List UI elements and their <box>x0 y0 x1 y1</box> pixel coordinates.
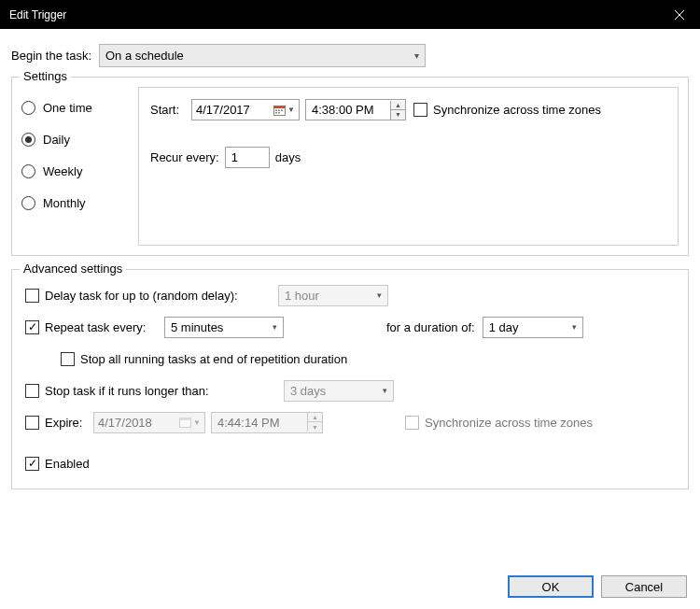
radio-monthly[interactable]: Monthly <box>21 187 138 219</box>
radio-icon <box>21 164 35 178</box>
delay-checkbox[interactable] <box>25 289 39 303</box>
svg-rect-8 <box>180 418 191 421</box>
chevron-down-icon: ▾ <box>377 290 382 300</box>
chevron-down-icon: ▾ <box>572 322 577 332</box>
cancel-button[interactable]: Cancel <box>601 575 687 598</box>
svg-rect-6 <box>278 112 280 114</box>
radio-label: Monthly <box>43 196 86 210</box>
stop-all-checkbox[interactable] <box>61 352 75 366</box>
close-icon <box>675 10 684 20</box>
calendar-icon <box>273 105 286 116</box>
repeat-every-value: 5 minutes <box>171 320 223 334</box>
start-date-input[interactable]: 4/17/2017 ▼ <box>191 99 300 120</box>
repeat-label: Repeat task every: <box>45 320 164 334</box>
settings-legend: Settings <box>20 69 71 83</box>
expire-label: Expire: <box>45 416 93 430</box>
settings-fieldset: Settings One time Daily Weekly Monthly <box>11 77 689 256</box>
radio-icon <box>21 101 35 115</box>
delay-label: Delay task for up to (random delay): <box>45 289 278 303</box>
sync-tz-label: Synchronize across time zones <box>433 103 601 117</box>
begin-task-label: Begin the task: <box>11 49 91 63</box>
stop-long-checkbox[interactable] <box>25 384 39 398</box>
start-time-value: 4:38:00 PM <box>312 103 374 117</box>
advanced-fieldset: Advanced settings Delay task for up to (… <box>11 269 689 489</box>
calendar-icon <box>179 417 191 428</box>
chevron-down-icon: ▼ <box>287 106 295 114</box>
svg-rect-2 <box>275 109 277 111</box>
expire-date-value: 4/17/2018 <box>98 416 152 430</box>
radio-icon <box>21 196 35 210</box>
chevron-down-icon: ▾ <box>383 386 387 395</box>
repeat-checkbox[interactable] <box>25 320 39 334</box>
ok-button[interactable]: OK <box>508 575 594 598</box>
recur-input[interactable]: 1 <box>225 147 270 168</box>
svg-rect-3 <box>278 109 280 111</box>
stop-long-value: 3 days <box>290 384 326 398</box>
chevron-down-icon: ▾ <box>273 322 277 332</box>
duration-value: 1 day <box>489 320 519 334</box>
spinner-down-icon[interactable]: ▼ <box>391 110 405 120</box>
radio-label: Daily <box>43 133 70 147</box>
expire-time-value: 4:44:14 PM <box>217 416 280 430</box>
radio-label: Weekly <box>43 164 82 178</box>
expire-sync-checkbox <box>405 416 419 430</box>
begin-task-dropdown[interactable]: On a schedule ▾ <box>99 44 426 67</box>
expire-sync-label: Synchronize across time zones <box>425 416 593 430</box>
chevron-down-icon: ▾ <box>414 50 419 61</box>
radio-weekly[interactable]: Weekly <box>21 155 138 187</box>
chevron-down-icon: ▼ <box>193 418 201 427</box>
close-button[interactable] <box>658 0 700 29</box>
repeat-every-dropdown[interactable]: 5 minutes ▾ <box>164 317 284 338</box>
expire-time-input: 4:44:14 PM ▲ ▼ <box>211 412 323 433</box>
svg-rect-4 <box>281 109 283 111</box>
spinner-up-icon[interactable]: ▲ <box>391 101 405 110</box>
recur-unit: days <box>275 150 301 164</box>
schedule-panel: Start: 4/17/2017 ▼ 4:38:00 PM ▲ ▼ <box>138 87 679 246</box>
stop-long-dropdown: 3 days ▾ <box>284 380 394 402</box>
stop-long-label: Stop task if it runs longer than: <box>45 384 284 398</box>
svg-rect-1 <box>274 106 286 108</box>
expire-checkbox[interactable] <box>25 416 39 430</box>
time-spinner[interactable]: ▲ ▼ <box>390 101 405 120</box>
radio-icon <box>21 133 35 147</box>
spinner-up-icon: ▲ <box>308 413 322 422</box>
expire-date-input: 4/17/2018 ▼ <box>93 412 205 433</box>
enabled-checkbox[interactable] <box>25 457 39 471</box>
sync-tz-checkbox[interactable] <box>413 103 427 117</box>
radio-one-time[interactable]: One time <box>21 92 138 123</box>
begin-task-value: On a schedule <box>105 49 184 63</box>
start-date-value: 4/17/2017 <box>196 103 250 117</box>
spinner-down-icon: ▼ <box>308 422 322 432</box>
delay-value: 1 hour <box>285 289 319 303</box>
duration-label: for a duration of: <box>386 320 475 334</box>
recur-label: Recur every: <box>150 150 219 164</box>
start-time-input[interactable]: 4:38:00 PM ▲ ▼ <box>305 99 406 120</box>
delay-dropdown: 1 hour ▾ <box>278 285 388 306</box>
enabled-label: Enabled <box>45 457 90 471</box>
start-label: Start: <box>150 103 191 117</box>
stop-all-label: Stop all running tasks at end of repetit… <box>80 352 347 366</box>
radio-label: One time <box>43 101 92 115</box>
advanced-legend: Advanced settings <box>20 262 126 276</box>
window-title: Edit Trigger <box>9 8 658 21</box>
time-spinner: ▲ ▼ <box>307 413 322 432</box>
duration-dropdown[interactable]: 1 day ▾ <box>483 317 583 338</box>
svg-rect-5 <box>275 112 277 114</box>
title-bar: Edit Trigger <box>0 0 700 29</box>
radio-daily[interactable]: Daily <box>21 123 138 155</box>
